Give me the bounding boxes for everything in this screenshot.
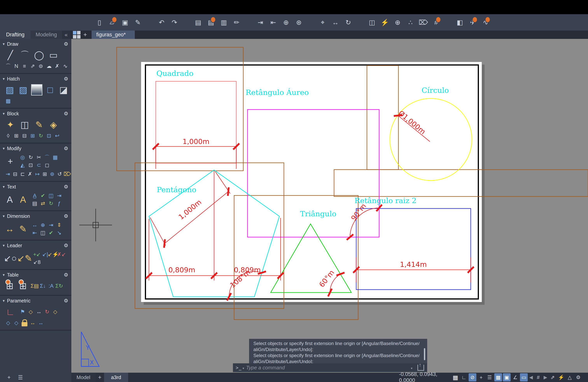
tool-table-edit-icon[interactable]: ⊞ — [18, 280, 28, 292]
save-icon[interactable]: ▣ — [119, 16, 131, 29]
tool-hatch-edit-icon[interactable]: ▩ — [4, 97, 12, 105]
tool-arc-icon[interactable]: ⌒ — [19, 49, 31, 61]
undo-icon[interactable]: ↶ — [155, 16, 168, 29]
panel-header-table[interactable]: ▾Table⚙ — [0, 271, 71, 279]
panel-header-block[interactable]: ▾Block⚙ — [0, 110, 71, 117]
page-setup-icon[interactable]: ▥ — [217, 16, 230, 29]
save-as-icon[interactable]: ✎ — [131, 16, 144, 29]
tool-edit-attribute-icon[interactable]: ◈ — [47, 119, 60, 131]
gear-icon[interactable]: ⚙ — [64, 213, 68, 219]
tool-palettes-icon[interactable]: ◫ — [366, 16, 378, 29]
tool-remove-leader-icon[interactable]: ✗↙ — [58, 251, 65, 258]
tool-circle-icon[interactable]: ◯ — [33, 49, 45, 61]
tool-multileader-style-icon[interactable]: ↙✎ — [19, 252, 31, 264]
orbit-icon[interactable]: ↻ — [342, 16, 355, 29]
tool-hatch-pick-icon[interactable]: ▨ — [18, 84, 29, 96]
tool-collect-leaders-icon[interactable]: ↙8 — [33, 258, 41, 266]
shape-label-0[interactable]: Quadrado — [156, 69, 193, 78]
tool-insert-block-icon[interactable]: ✦ — [4, 119, 16, 131]
tab-drafting[interactable]: Drafting — [0, 31, 31, 39]
tool-break-icon[interactable]: ✗ — [53, 62, 61, 70]
new-drawing-tab-button[interactable]: + — [81, 31, 90, 39]
tool-rotate-icon[interactable]: ↻ — [27, 153, 35, 161]
panel-header-parametric[interactable]: ▾Parametric⚙ — [0, 297, 71, 305]
polar-tracking-icon[interactable]: ⊘ — [469, 373, 476, 382]
lineweight-display-icon[interactable]: ☰ — [486, 373, 494, 382]
dim-raiz2-width-text[interactable]: 1,414m — [400, 260, 427, 268]
tool-fillet-icon[interactable]: ⌒ — [43, 153, 51, 161]
panel-header-hatch[interactable]: ▾Hatch⚙ — [0, 75, 71, 83]
tool-copy-nested-icon[interactable]: ⊟ — [12, 170, 19, 178]
tool-change-space-icon[interactable]: ⊚ — [49, 170, 56, 178]
tool-hatch-tool-icon[interactable]: ◪ — [58, 84, 69, 96]
pan-icon[interactable]: ↔ — [329, 16, 342, 29]
gear-icon[interactable]: ⚙ — [64, 243, 68, 249]
tab-modeling[interactable]: Modeling — [31, 31, 62, 39]
tool-overkill-broom-icon[interactable]: ⌦ — [63, 170, 71, 178]
tool-baseline-dim-icon[interactable]: ⇕ — [55, 221, 63, 229]
grid-display-icon[interactable]: ▦ — [452, 373, 459, 382]
file-tab-figuras-geo[interactable]: figuras_geo* — [92, 31, 135, 39]
shape-label-3[interactable]: Pentágono — [157, 185, 196, 194]
annotation-monitor-icon[interactable]: # — [534, 373, 542, 382]
tool-insert-table-icon[interactable]: ⊞ — [4, 280, 15, 292]
ortho-mode-icon[interactable]: ∟ — [460, 373, 468, 382]
tool-table-from-data-icon[interactable]: Σ▤ — [31, 282, 39, 290]
drawing-compare-icon[interactable]: ◧ — [453, 16, 466, 29]
tool-linear-dim-icon[interactable]: ↔ — [31, 221, 39, 229]
tool-attribute-manager-icon[interactable]: ⊡ — [45, 132, 53, 140]
share-drawing-icon[interactable]: ✈ — [466, 16, 479, 29]
new-file-icon[interactable]: ▯ — [93, 16, 106, 29]
tool-measure-icon[interactable]: ⇗ — [29, 62, 37, 70]
selection-cycling-icon[interactable]: ▩ — [494, 373, 502, 382]
tool-define-attribute-icon[interactable]: ◊ — [4, 132, 12, 140]
tool-revision-cloud-icon[interactable]: ☁ — [45, 62, 53, 70]
angle-override-icon[interactable]: ∠ — [511, 373, 519, 382]
panel-header-text[interactable]: ▾Text⚙ — [0, 183, 71, 191]
tool-center-mark-icon[interactable]: ⊕ — [39, 221, 47, 229]
annotation-scale-shapes-icon[interactable]: △ — [566, 373, 574, 382]
tool-stretch-icon[interactable]: ⇥ — [4, 170, 11, 178]
tool-dimension-edit-icon[interactable]: ✎ — [18, 223, 28, 235]
tool-trim-icon[interactable]: ✂ — [35, 153, 43, 161]
purge-icon[interactable]: ⌦ — [417, 16, 430, 29]
tool-create-block-icon[interactable]: ◫ — [19, 119, 31, 131]
tool-tolerance-icon[interactable]: ◫ — [39, 229, 47, 237]
tool-oblique-dim-icon[interactable]: ↘ — [55, 229, 63, 237]
tool-sync-attributes-icon[interactable]: ↻ — [37, 132, 45, 140]
tool-multiline-icon[interactable]: ≡ — [21, 62, 28, 70]
command-history-panel[interactable]: Select objects or specify first extensio… — [249, 339, 427, 364]
tool-add-leader-icon[interactable]: +↙ — [33, 251, 41, 258]
tool-block-table-icon[interactable]: ⊞ — [12, 132, 20, 140]
tool-spell-check-icon[interactable]: ✔ — [39, 192, 47, 200]
tool-table-style-icon[interactable]: :A — [47, 282, 55, 290]
open-file-icon[interactable]: ▱ — [106, 16, 119, 29]
panel-header-leader[interactable]: ▾Leader⚙ — [0, 242, 71, 249]
tool-move-icon[interactable]: + — [4, 155, 16, 167]
chevron-left-icon[interactable]: ◀ — [528, 373, 534, 382]
tool-write-block-icon[interactable]: ⊟ — [21, 132, 28, 140]
tool-mtext-icon[interactable]: A — [4, 193, 15, 206]
tool-export-table-icon[interactable]: Σ↓ — [39, 282, 47, 290]
tool-hide-all-constraints-icon[interactable]: ◇ — [12, 319, 20, 327]
command-prompt-dropdown-icon[interactable]: ▾ — [242, 366, 244, 370]
tool-dimension-icon[interactable]: ↔ — [4, 223, 15, 235]
tool-ellipse-icon[interactable]: ⊜ — [37, 62, 45, 70]
gear-icon[interactable]: ⚙ — [64, 111, 68, 117]
tool-convert-text-icon[interactable]: ▤ — [31, 200, 39, 207]
tool-gradient-icon[interactable] — [31, 84, 42, 96]
tool-linear-constraint-icon[interactable]: ↔ — [29, 319, 37, 327]
point-style-icon[interactable]: ∴ — [404, 16, 417, 29]
tool-multileader-icon[interactable]: ↙○ — [4, 252, 16, 264]
tool-line-icon[interactable]: ╱ — [4, 49, 16, 61]
layout-tab-model[interactable]: Model — [71, 373, 95, 382]
command-recent-dropdown-icon[interactable]: ▾ — [411, 366, 412, 370]
tool-insert-base-icon[interactable]: ⊞ — [29, 132, 37, 140]
shape-label-4[interactable]: Triângulo — [300, 210, 336, 218]
panel-header-draw[interactable]: ▾Draw⚙ — [0, 40, 71, 48]
attach-reference-icon[interactable]: ⊕ — [280, 16, 293, 29]
tool-constraint-bulb-icon[interactable]: ◇ — [51, 308, 59, 316]
panel-header-modify[interactable]: ▾Modify⚙ — [0, 145, 71, 152]
panel-header-dimension[interactable]: ▾Dimension⚙ — [0, 212, 71, 220]
tool-aligned-constraint-icon[interactable]: ↔ — [37, 319, 45, 327]
